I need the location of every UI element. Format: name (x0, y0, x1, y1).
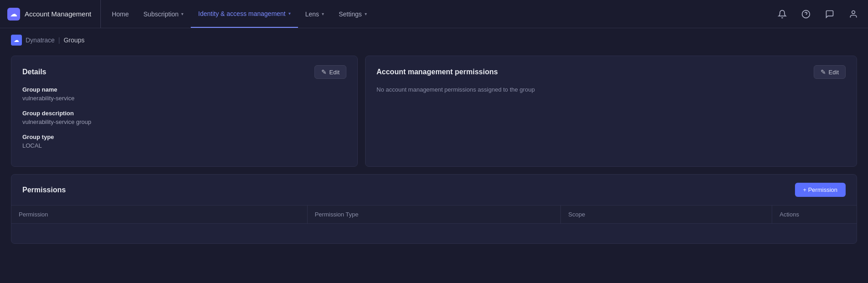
nav-item-iam[interactable]: Identity & access management ▾ (191, 0, 298, 28)
field-label-group-name: Group name (22, 86, 346, 93)
account-permissions-card-header: Account management permissions ✎ Edit (376, 65, 846, 79)
user-button[interactable] (846, 7, 861, 21)
table-row-empty (11, 224, 857, 244)
svg-point-2 (852, 10, 855, 14)
bell-button[interactable] (775, 7, 790, 21)
main-content: Details ✎ Edit Group name vulnerability-… (0, 52, 868, 255)
breadcrumb-parent[interactable]: Dynatrace (26, 36, 55, 44)
chevron-down-icon: ▾ (322, 11, 324, 16)
chevron-down-icon: ▾ (365, 11, 367, 16)
cards-row: Details ✎ Edit Group name vulnerability-… (11, 56, 857, 167)
field-group-description: Group description vulnerability-service … (22, 110, 346, 125)
field-label-group-description: Group description (22, 110, 346, 117)
account-permissions-edit-label: Edit (829, 69, 839, 76)
help-button[interactable] (799, 7, 813, 21)
breadcrumb: ☁ Dynatrace | Groups (0, 28, 868, 52)
nav-label-lens: Lens (305, 10, 319, 18)
field-group-type: Group type LOCAL (22, 134, 346, 149)
nav-item-settings[interactable]: Settings ▾ (331, 0, 374, 28)
col-header-scope: Scope (561, 206, 772, 224)
permissions-table: Permission Permission Type Scope Actions (11, 205, 857, 243)
nav-brand[interactable]: ☁ Account Management (7, 0, 101, 28)
permissions-table-head: Permission Permission Type Scope Actions (11, 206, 857, 224)
permissions-section-header: Permissions + Permission (11, 175, 857, 205)
details-card-title: Details (22, 68, 46, 76)
no-permissions-message: No account management permissions assign… (376, 86, 846, 93)
details-edit-label: Edit (329, 69, 340, 76)
field-label-group-type: Group type (22, 134, 346, 140)
field-group-name: Group name vulnerability-service (22, 86, 346, 102)
chevron-down-icon: ▾ (288, 11, 291, 16)
col-header-permission-type: Permission Type (307, 206, 561, 224)
account-permissions-title: Account management permissions (376, 68, 498, 76)
field-value-group-type: LOCAL (22, 142, 346, 149)
permissions-section: Permissions + Permission Permission Perm… (11, 174, 857, 244)
details-card-header: Details ✎ Edit (22, 65, 346, 79)
permissions-table-header-row: Permission Permission Type Scope Actions (11, 206, 857, 224)
chat-button[interactable] (822, 7, 837, 21)
nav-label-subscription: Subscription (143, 10, 178, 18)
col-header-actions: Actions (772, 206, 857, 224)
field-value-group-description: vulnerability-service group (22, 118, 346, 125)
brand-text: Account Management (25, 10, 91, 18)
permissions-section-title: Permissions (22, 186, 66, 194)
col-header-permission: Permission (11, 206, 307, 224)
details-edit-button[interactable]: ✎ Edit (314, 65, 346, 79)
details-card: Details ✎ Edit Group name vulnerability-… (11, 56, 358, 167)
nav-right-icons (775, 7, 861, 21)
field-value-group-name: vulnerability-service (22, 95, 346, 102)
edit-icon: ✎ (321, 68, 327, 76)
account-permissions-edit-button[interactable]: ✎ Edit (814, 65, 846, 79)
nav-item-subscription[interactable]: Subscription ▾ (136, 0, 191, 28)
breadcrumb-separator: | (58, 36, 60, 44)
brand-icon: ☁ (7, 8, 20, 21)
permissions-table-body (11, 224, 857, 244)
nav-label-home: Home (112, 10, 129, 18)
add-permission-button[interactable]: + Permission (795, 183, 846, 197)
chevron-down-icon: ▾ (181, 11, 183, 16)
breadcrumb-current: Groups (63, 36, 84, 44)
nav-label-settings: Settings (339, 10, 362, 18)
nav-label-iam: Identity & access management (198, 10, 285, 17)
edit-icon: ✎ (821, 68, 826, 76)
breadcrumb-logo: ☁ (11, 35, 22, 46)
top-nav: ☁ Account Management Home Subscription ▾… (0, 0, 868, 28)
account-permissions-card: Account management permissions ✎ Edit No… (365, 56, 857, 167)
nav-items: Home Subscription ▾ Identity & access ma… (105, 0, 775, 28)
add-permission-label: + Permission (803, 186, 838, 193)
nav-item-home[interactable]: Home (105, 0, 136, 28)
empty-row-cell (11, 224, 857, 244)
nav-item-lens[interactable]: Lens ▾ (298, 0, 331, 28)
